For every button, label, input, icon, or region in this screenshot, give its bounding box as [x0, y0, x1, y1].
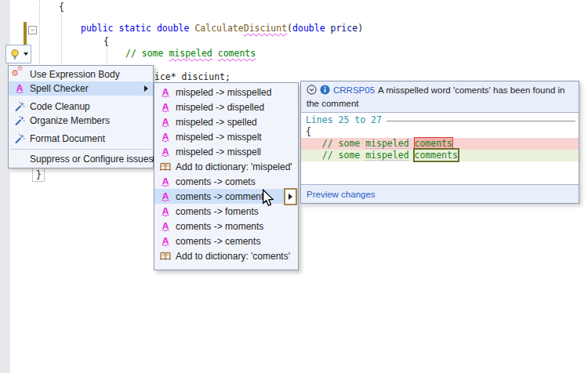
comment-text: // some: [306, 150, 365, 161]
misspelled-word: coments: [218, 48, 256, 59]
param-name: price: [325, 23, 358, 34]
code-line: }: [36, 169, 42, 180]
menu-item-organize-members[interactable]: Organize Members: [9, 114, 153, 128]
spell-checker-icon: A: [13, 83, 26, 95]
submenu-item-label: mispeled -> spelled: [176, 117, 257, 128]
submenu-item[interactable]: Acoments -> comets: [154, 174, 298, 189]
spell-checker-icon: A: [158, 220, 172, 232]
submenu-item-label: coments -> comments: [176, 191, 268, 202]
spell-checker-icon: A: [158, 146, 172, 158]
spell-checker-submenu: Amispeled -> misspelledAmispeled -> disp…: [154, 82, 299, 270]
preview-changes-link[interactable]: Preview changes: [307, 190, 376, 199]
removed-word-highlight: coments: [415, 138, 452, 149]
menu-item-label: Use Expression Body: [30, 69, 120, 80]
indent-guide: [39, 0, 40, 66]
info-icon: [320, 85, 330, 98]
close-brace: }: [36, 169, 42, 180]
submenu-item[interactable]: Add to dictionary: 'mispeled': [154, 159, 298, 174]
svg-text:A: A: [162, 206, 169, 215]
submenu-item[interactable]: Amispeled -> misspell: [154, 144, 298, 159]
spell-checker-icon: A: [158, 101, 172, 113]
fix-options-expander-button[interactable]: [284, 188, 297, 205]
comment-text: // some: [125, 48, 169, 59]
indent-guide: [61, 11, 62, 66]
svg-text:A: A: [162, 117, 169, 126]
lines-range-label: Lines 25 to 27: [306, 114, 382, 126]
added-word-highlight: comments: [415, 150, 458, 161]
menu-item-label: Format Document: [30, 133, 105, 144]
code-editor: − { public static double CalculateDisciu…: [0, 0, 588, 373]
diff-removed-line: // some mispeled coments: [301, 138, 579, 150]
menu-item-label: Suppress or Configure issues: [30, 154, 153, 165]
param-type: double: [292, 23, 325, 34]
menu-item-label: Organize Members: [30, 115, 110, 126]
method-name: Calculate: [194, 23, 243, 34]
open-brace: {: [103, 36, 109, 47]
code-line-signature: public static double CalculateDisciunt(d…: [81, 23, 363, 34]
menu-item-label: Code Cleanup: [30, 101, 90, 112]
svg-text:A: A: [162, 87, 169, 96]
spell-checker-icon: A: [158, 205, 172, 217]
svg-text:A: A: [162, 176, 169, 186]
submenu-item-label: mispeled -> misspell: [176, 147, 261, 158]
code-line-partial: ice* disciunt;: [154, 71, 230, 82]
submenu-item[interactable]: Acoments -> comments: [154, 189, 298, 204]
spell-checker-icon: A: [158, 116, 172, 128]
quick-actions-lightbulb-button[interactable]: [5, 45, 31, 63]
misspelled-word: mispeled: [365, 138, 408, 149]
code-line: {: [59, 2, 64, 13]
paren: ): [358, 23, 363, 34]
misspelled-word: mispeled: [365, 150, 408, 161]
svg-text:A: A: [162, 147, 169, 156]
spell-checker-icon: A: [158, 235, 172, 247]
wand-icon: [13, 133, 26, 145]
menu-item-spell-checker[interactable]: A Spell Checker: [9, 81, 153, 96]
code-fold-toggle[interactable]: −: [28, 26, 37, 34]
no-icon: [13, 154, 26, 165]
dictionary-book-icon: [158, 161, 172, 172]
submenu-item[interactable]: Acoments -> foments: [154, 204, 298, 219]
diff-added-line: // some mispeled comments: [301, 150, 579, 161]
spell-checker-icon: A: [158, 176, 172, 187]
submenu-item[interactable]: Acoments -> cements: [154, 234, 298, 248]
code-line: {: [103, 36, 109, 47]
code-line-comment: // some mispeled coments: [125, 48, 256, 59]
submenu-item[interactable]: Acoments -> moments: [154, 219, 298, 234]
open-brace: {: [306, 126, 311, 137]
submenu-item[interactable]: Amispeled -> dispelled: [154, 100, 298, 114]
diagnostic-header: CRRSP05A misspelled word 'coments' has b…: [301, 81, 579, 113]
menu-separator: [10, 149, 151, 150]
submenu-item[interactable]: Add to dictionary: 'coments': [154, 248, 298, 263]
submenu-item-label: coments -> foments: [176, 206, 259, 217]
submenu-item-label: mispeled -> misspelled: [176, 87, 271, 98]
submenu-item-label: mispeled -> dispelled: [176, 102, 264, 113]
lightbulb-icon: [9, 49, 20, 60]
quick-actions-menu: ⚙⚙ Use Expression Body A Spell Checker C…: [8, 65, 154, 168]
menu-item-suppress-or-configure[interactable]: Suppress or Configure issues: [9, 152, 153, 166]
menu-item-code-cleanup[interactable]: Code Cleanup: [9, 100, 153, 114]
open-brace: {: [59, 2, 64, 13]
submenu-item[interactable]: Amispeled -> misspelt: [154, 129, 298, 144]
mouse-cursor: [262, 189, 274, 211]
diff-preview: Lines 25 to 27 { // some mispeled coment…: [301, 113, 579, 161]
horizontal-rule: [387, 121, 575, 121]
submenu-item-label: coments -> cements: [176, 236, 260, 247]
submenu-item[interactable]: Amispeled -> spelled: [154, 114, 298, 129]
svg-text:A: A: [162, 221, 169, 230]
comment-text: // some: [306, 138, 365, 149]
collapse-chevron-icon[interactable]: [307, 85, 317, 98]
chevron-down-icon: [24, 53, 28, 56]
panel-footer: Preview changes: [301, 184, 579, 203]
menu-item-format-document[interactable]: Format Document: [9, 132, 153, 146]
submenu-item-label: coments -> comets: [176, 176, 256, 187]
diagnostic-id-link[interactable]: CRRSP05: [333, 85, 375, 95]
submenu-item[interactable]: Amispeled -> misspelled: [154, 85, 298, 100]
spell-checker-icon: A: [158, 86, 172, 98]
keywords: public static double: [81, 23, 194, 34]
diff-context-line: {: [301, 126, 579, 138]
wand-icon: [13, 115, 26, 127]
dictionary-book-icon: [158, 250, 172, 262]
svg-text:A: A: [162, 132, 169, 141]
menu-item-use-expression-body[interactable]: ⚙⚙ Use Expression Body: [9, 67, 153, 81]
submenu-item-label: coments -> moments: [176, 221, 263, 232]
